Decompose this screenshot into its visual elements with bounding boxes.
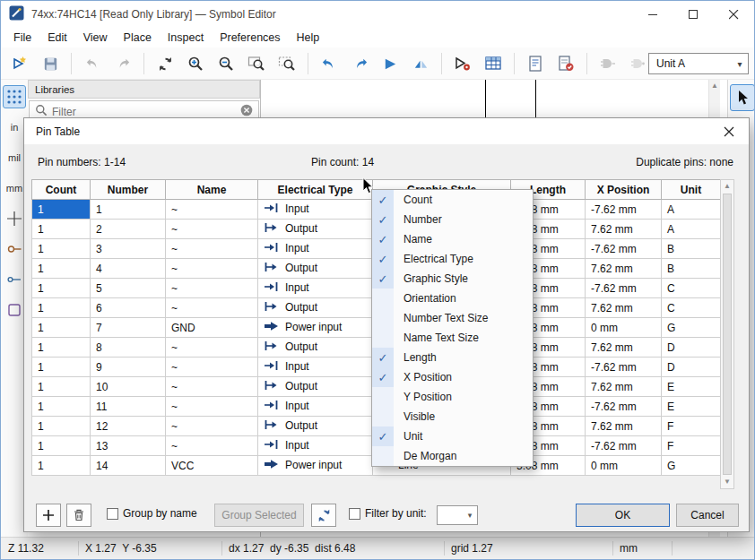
cell-number[interactable]: 8 (91, 338, 166, 358)
cell-count[interactable]: 1 (32, 456, 91, 476)
zoom-in-icon[interactable] (182, 51, 209, 76)
cell-electrical-type[interactable]: Input (258, 358, 373, 377)
cell-x-position[interactable]: 7.62 mm (586, 417, 662, 436)
column-menu-item-graphic-style[interactable]: ✓Graphic Style (372, 269, 533, 289)
column-menu-item-electrical-type[interactable]: ✓Electrical Type (372, 249, 533, 269)
zoom-fit-icon[interactable] (243, 51, 270, 76)
cell-x-position[interactable]: -7.62 mm (586, 279, 662, 298)
column-header-number[interactable]: Number (91, 180, 166, 200)
dialog-close-icon[interactable] (708, 118, 749, 144)
datasheet-icon[interactable] (522, 51, 549, 76)
cell-electrical-type[interactable]: Output (258, 298, 373, 318)
column-header-x-position[interactable]: X Position (586, 180, 662, 200)
checkbox-box[interactable] (349, 508, 360, 520)
cell-number[interactable]: 4 (91, 259, 166, 279)
cell-unit[interactable]: A (662, 200, 721, 220)
menu-file[interactable]: File (5, 29, 39, 47)
cell-name[interactable]: ~ (166, 358, 258, 377)
cell-unit[interactable]: B (662, 259, 721, 279)
unit-selector[interactable]: Unit A ▾ (648, 53, 749, 74)
dialog-title-bar[interactable]: Pin Table (24, 118, 749, 144)
group-by-name-checkbox[interactable]: Group by name (107, 507, 197, 520)
cell-x-position[interactable]: -7.62 mm (586, 358, 662, 377)
delete-pin-button[interactable] (66, 504, 91, 527)
cell-electrical-type[interactable]: Input (258, 279, 373, 298)
cell-electrical-type[interactable]: Input (258, 200, 373, 220)
cancel-button[interactable]: Cancel (676, 504, 739, 527)
new-symbol-icon[interactable] (6, 51, 33, 76)
cell-unit[interactable]: A (662, 220, 721, 239)
add-pin-button[interactable] (36, 504, 61, 527)
cell-electrical-type[interactable]: Input (258, 436, 373, 456)
cell-count[interactable]: 1 (32, 338, 91, 358)
zoom-selection-icon[interactable] (273, 51, 300, 76)
redo-icon[interactable] (109, 51, 136, 76)
cell-x-position[interactable]: 7.62 mm (586, 338, 662, 358)
save-icon[interactable] (37, 51, 64, 76)
cell-x-position[interactable]: -7.62 mm (586, 239, 662, 259)
cell-name[interactable]: ~ (166, 397, 258, 417)
cell-name[interactable]: ~ (166, 220, 258, 239)
cell-number[interactable]: 10 (91, 377, 166, 397)
ok-button[interactable]: OK (576, 504, 670, 527)
cell-electrical-type[interactable]: Output (258, 220, 373, 239)
cell-electrical-type[interactable]: Input (258, 239, 373, 259)
scrollbar-thumb[interactable] (723, 194, 732, 475)
cell-electrical-type[interactable]: Input (258, 397, 373, 417)
column-menu-item-x-position[interactable]: ✓X Position (372, 367, 533, 387)
cell-unit[interactable]: F (662, 417, 721, 436)
pin-table-icon[interactable] (480, 51, 507, 76)
zoom-out-icon[interactable] (213, 51, 239, 76)
cell-x-position[interactable]: 7.62 mm (586, 298, 662, 318)
cell-number[interactable]: 11 (91, 397, 166, 417)
cell-name[interactable]: GND (166, 318, 258, 338)
cell-x-position[interactable]: 7.62 mm (586, 377, 662, 397)
cell-count[interactable]: 1 (32, 220, 91, 239)
cell-name[interactable]: ~ (166, 417, 258, 436)
cell-electrical-type[interactable]: Power input (258, 456, 373, 476)
cell-x-position[interactable]: 0 mm (586, 318, 662, 338)
unit-filter-dropdown[interactable]: ▾ (437, 505, 478, 525)
demorgan-standard-icon[interactable] (594, 51, 621, 76)
cell-electrical-type[interactable]: Output (258, 338, 373, 358)
cell-electrical-type[interactable]: Output (258, 417, 373, 436)
cell-name[interactable]: ~ (166, 200, 258, 220)
column-menu-item-visible[interactable]: Visible (372, 407, 533, 426)
cell-unit[interactable]: D (662, 358, 721, 377)
undo-icon[interactable] (79, 51, 106, 76)
cell-number[interactable]: 5 (91, 279, 166, 298)
scroll-up-icon[interactable]: ▲ (721, 180, 733, 193)
cell-count[interactable]: 1 (32, 200, 91, 220)
cell-number[interactable]: 9 (91, 358, 166, 377)
cell-name[interactable]: ~ (166, 436, 258, 456)
menu-place[interactable]: Place (116, 29, 160, 47)
cell-count[interactable]: 1 (32, 436, 91, 456)
cell-count[interactable]: 1 (32, 397, 91, 417)
filter-by-unit-checkbox[interactable]: Filter by unit: (349, 507, 427, 520)
column-menu-item-name[interactable]: ✓Name (372, 229, 533, 249)
menu-help[interactable]: Help (289, 29, 328, 47)
column-menu-item-length[interactable]: ✓Length (372, 348, 533, 367)
cell-name[interactable]: ~ (166, 279, 258, 298)
cell-number[interactable]: 14 (91, 456, 166, 476)
cell-number[interactable]: 2 (91, 220, 166, 239)
refresh-icon[interactable] (152, 51, 178, 76)
cell-x-position[interactable]: 7.62 mm (586, 220, 662, 239)
menu-preferences[interactable]: Preferences (212, 29, 288, 47)
menu-inspect[interactable]: Inspect (160, 29, 212, 47)
cell-unit[interactable]: B (662, 239, 721, 259)
maximize-icon[interactable] (673, 1, 714, 28)
cell-number[interactable]: 13 (91, 436, 166, 456)
checkbox-box[interactable] (107, 508, 118, 520)
cell-electrical-type[interactable]: Output (258, 259, 373, 279)
cell-number[interactable]: 6 (91, 298, 166, 318)
cell-count[interactable]: 1 (32, 358, 91, 377)
refresh-table-button[interactable] (311, 504, 336, 527)
column-menu-item-count[interactable]: ✓Count (372, 190, 533, 210)
cell-unit[interactable]: E (662, 397, 721, 417)
cell-name[interactable]: ~ (166, 338, 258, 358)
column-menu-item-unit[interactable]: ✓Unit (372, 426, 533, 446)
column-menu-item-orientation[interactable]: Orientation (372, 289, 533, 308)
rotate-cw-icon[interactable] (346, 51, 373, 76)
cell-unit[interactable]: E (662, 377, 721, 397)
